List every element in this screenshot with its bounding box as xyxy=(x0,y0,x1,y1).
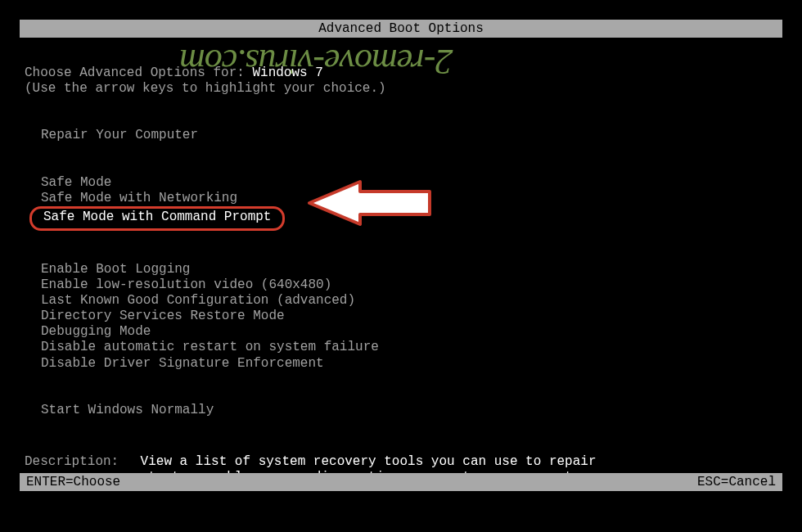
option-safe-mode[interactable]: Safe Mode xyxy=(25,175,777,191)
prompt-label: Choose Advanced Options for: xyxy=(25,65,252,80)
option-start-windows-normally[interactable]: Start Windows Normally xyxy=(25,403,777,418)
os-name: Windows 7 xyxy=(252,65,322,80)
hint-line: (Use the arrow keys to highlight your ch… xyxy=(25,81,777,97)
option-safe-mode-networking[interactable]: Safe Mode with Networking xyxy=(25,191,777,206)
option-safe-mode-command-prompt[interactable]: Safe Mode with Command Prompt xyxy=(29,206,285,231)
group-repair: Repair Your Computer xyxy=(25,128,777,143)
group-safe-mode: Safe Mode Safe Mode with Networking Safe… xyxy=(25,175,777,231)
option-disable-driver-signature[interactable]: Disable Driver Signature Enforcement xyxy=(25,356,777,372)
option-low-resolution-video[interactable]: Enable low-resolution video (640x480) xyxy=(25,277,777,293)
option-disable-auto-restart[interactable]: Disable automatic restart on system fail… xyxy=(25,340,777,355)
title-bar: Advanced Boot Options xyxy=(20,20,782,38)
content-area: Choose Advanced Options for: Windows 7 (… xyxy=(25,65,777,485)
footer-enter-choose: ENTER=Choose xyxy=(26,473,120,491)
group-normal: Start Windows Normally xyxy=(25,403,777,418)
footer-bar: ENTER=Choose ESC=Cancel xyxy=(20,473,782,491)
option-repair-computer[interactable]: Repair Your Computer xyxy=(25,128,777,143)
option-debugging-mode[interactable]: Debugging Mode xyxy=(25,324,777,340)
group-advanced: Enable Boot Logging Enable low-resolutio… xyxy=(25,262,777,372)
footer-esc-cancel: ESC=Cancel xyxy=(697,473,776,491)
option-enable-boot-logging[interactable]: Enable Boot Logging xyxy=(25,262,777,277)
description-label: Description: xyxy=(25,454,133,470)
option-safe-mode-command-prompt-wrapper: Safe Mode with Command Prompt xyxy=(25,206,777,231)
option-directory-services-restore[interactable]: Directory Services Restore Mode xyxy=(25,309,777,324)
prompt-line: Choose Advanced Options for: Windows 7 xyxy=(25,65,777,81)
option-last-known-good-config[interactable]: Last Known Good Configuration (advanced) xyxy=(25,293,777,309)
